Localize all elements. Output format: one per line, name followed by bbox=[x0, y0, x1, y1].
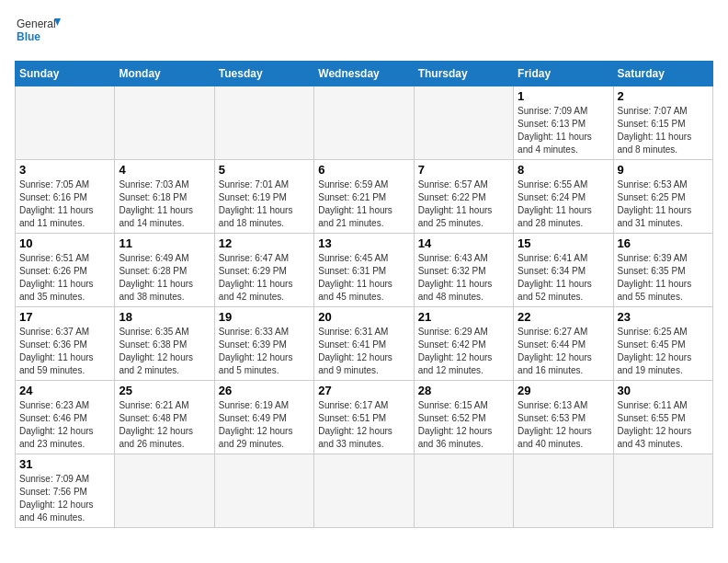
day-info: Sunrise: 7:07 AM Sunset: 6:15 PM Dayligh… bbox=[618, 105, 709, 156]
day-info: Sunrise: 6:47 AM Sunset: 6:29 PM Dayligh… bbox=[219, 252, 310, 304]
week-row-6: 31Sunrise: 7:09 AM Sunset: 7:56 PM Dayli… bbox=[16, 454, 713, 528]
calendar-cell-w5-d1: 25Sunrise: 6:21 AM Sunset: 6:48 PM Dayli… bbox=[115, 381, 214, 454]
day-info: Sunrise: 6:15 AM Sunset: 6:52 PM Dayligh… bbox=[418, 399, 509, 451]
calendar-cell-w2-d0: 3Sunrise: 7:05 AM Sunset: 6:16 PM Daylig… bbox=[16, 160, 115, 234]
weekday-header-sunday: Sunday bbox=[16, 62, 115, 86]
day-number: 19 bbox=[219, 310, 310, 324]
calendar-cell-w4-d5: 22Sunrise: 6:27 AM Sunset: 6:44 PM Dayli… bbox=[514, 307, 613, 381]
day-number: 4 bbox=[119, 163, 210, 177]
calendar-cell-w1-d6: 2Sunrise: 7:07 AM Sunset: 6:15 PM Daylig… bbox=[613, 86, 712, 160]
day-info: Sunrise: 6:13 AM Sunset: 6:53 PM Dayligh… bbox=[518, 399, 609, 451]
week-row-5: 24Sunrise: 6:23 AM Sunset: 6:46 PM Dayli… bbox=[16, 381, 713, 454]
day-number: 13 bbox=[318, 236, 409, 250]
day-info: Sunrise: 6:43 AM Sunset: 6:32 PM Dayligh… bbox=[418, 252, 509, 304]
calendar-cell-w3-d2: 12Sunrise: 6:47 AM Sunset: 6:29 PM Dayli… bbox=[214, 234, 313, 307]
weekday-header-friday: Friday bbox=[514, 62, 613, 86]
calendar-cell-w2-d2: 5Sunrise: 7:01 AM Sunset: 6:19 PM Daylig… bbox=[214, 160, 313, 234]
week-row-2: 3Sunrise: 7:05 AM Sunset: 6:16 PM Daylig… bbox=[16, 160, 713, 234]
day-number: 7 bbox=[418, 163, 509, 177]
day-info: Sunrise: 7:09 AM Sunset: 7:56 PM Dayligh… bbox=[19, 473, 110, 524]
day-info: Sunrise: 6:17 AM Sunset: 6:51 PM Dayligh… bbox=[318, 399, 409, 451]
calendar-cell-w3-d6: 16Sunrise: 6:39 AM Sunset: 6:35 PM Dayli… bbox=[613, 234, 712, 307]
day-info: Sunrise: 7:01 AM Sunset: 6:19 PM Dayligh… bbox=[219, 178, 310, 230]
day-number: 1 bbox=[518, 89, 609, 103]
day-number: 29 bbox=[518, 384, 609, 397]
calendar-cell-w1-d2 bbox=[214, 86, 313, 160]
day-number: 25 bbox=[119, 384, 210, 397]
calendar-cell-w6-d2 bbox=[214, 454, 313, 528]
day-info: Sunrise: 6:21 AM Sunset: 6:48 PM Dayligh… bbox=[119, 399, 210, 451]
day-number: 26 bbox=[219, 384, 310, 397]
day-number: 2 bbox=[618, 89, 709, 103]
calendar-cell-w4-d4: 21Sunrise: 6:29 AM Sunset: 6:42 PM Dayli… bbox=[414, 307, 513, 381]
day-number: 10 bbox=[19, 236, 110, 250]
calendar-cell-w5-d5: 29Sunrise: 6:13 AM Sunset: 6:53 PM Dayli… bbox=[514, 381, 613, 454]
calendar-cell-w2-d6: 9Sunrise: 6:53 AM Sunset: 6:25 PM Daylig… bbox=[613, 160, 712, 234]
day-info: Sunrise: 6:19 AM Sunset: 6:49 PM Dayligh… bbox=[219, 399, 310, 451]
calendar-table: SundayMondayTuesdayWednesdayThursdayFrid… bbox=[15, 61, 713, 528]
day-number: 20 bbox=[318, 310, 409, 324]
day-number: 23 bbox=[618, 310, 709, 324]
calendar-cell-w4-d0: 17Sunrise: 6:37 AM Sunset: 6:36 PM Dayli… bbox=[16, 307, 115, 381]
calendar-cell-w1-d0 bbox=[16, 86, 115, 160]
calendar-cell-w3-d5: 15Sunrise: 6:41 AM Sunset: 6:34 PM Dayli… bbox=[514, 234, 613, 307]
day-info: Sunrise: 6:49 AM Sunset: 6:28 PM Dayligh… bbox=[119, 252, 210, 304]
calendar-cell-w4-d1: 18Sunrise: 6:35 AM Sunset: 6:38 PM Dayli… bbox=[115, 307, 214, 381]
day-info: Sunrise: 6:25 AM Sunset: 6:45 PM Dayligh… bbox=[618, 326, 709, 377]
calendar-cell-w4-d6: 23Sunrise: 6:25 AM Sunset: 6:45 PM Dayli… bbox=[613, 307, 712, 381]
day-info: Sunrise: 6:23 AM Sunset: 6:46 PM Dayligh… bbox=[19, 399, 110, 451]
calendar-cell-w2-d4: 7Sunrise: 6:57 AM Sunset: 6:22 PM Daylig… bbox=[414, 160, 513, 234]
day-info: Sunrise: 6:27 AM Sunset: 6:44 PM Dayligh… bbox=[518, 326, 609, 377]
day-info: Sunrise: 7:05 AM Sunset: 6:16 PM Dayligh… bbox=[19, 178, 110, 230]
weekday-header-monday: Monday bbox=[115, 62, 214, 86]
calendar-cell-w6-d5 bbox=[514, 454, 613, 528]
logo-svg: General Blue bbox=[15, 15, 61, 52]
weekday-header-saturday: Saturday bbox=[613, 62, 712, 86]
day-number: 30 bbox=[618, 384, 709, 397]
day-number: 15 bbox=[518, 236, 609, 250]
day-number: 5 bbox=[219, 163, 310, 177]
weekday-header-tuesday: Tuesday bbox=[214, 62, 313, 86]
day-info: Sunrise: 6:53 AM Sunset: 6:25 PM Dayligh… bbox=[618, 178, 709, 230]
day-info: Sunrise: 6:57 AM Sunset: 6:22 PM Dayligh… bbox=[418, 178, 509, 230]
day-info: Sunrise: 6:51 AM Sunset: 6:26 PM Dayligh… bbox=[19, 252, 110, 304]
day-number: 12 bbox=[219, 236, 310, 250]
week-row-1: 1Sunrise: 7:09 AM Sunset: 6:13 PM Daylig… bbox=[16, 86, 713, 160]
day-number: 21 bbox=[418, 310, 509, 324]
day-info: Sunrise: 6:55 AM Sunset: 6:24 PM Dayligh… bbox=[518, 178, 609, 230]
day-number: 8 bbox=[518, 163, 609, 177]
day-info: Sunrise: 6:11 AM Sunset: 6:55 PM Dayligh… bbox=[618, 399, 709, 451]
day-number: 24 bbox=[19, 384, 110, 397]
day-number: 11 bbox=[119, 236, 210, 250]
calendar-cell-w5-d6: 30Sunrise: 6:11 AM Sunset: 6:55 PM Dayli… bbox=[613, 381, 712, 454]
day-number: 22 bbox=[518, 310, 609, 324]
calendar-cell-w5-d3: 27Sunrise: 6:17 AM Sunset: 6:51 PM Dayli… bbox=[314, 381, 414, 454]
calendar-cell-w6-d3 bbox=[314, 454, 414, 528]
day-number: 27 bbox=[318, 384, 409, 397]
day-info: Sunrise: 7:03 AM Sunset: 6:18 PM Dayligh… bbox=[119, 178, 210, 230]
calendar-cell-w3-d3: 13Sunrise: 6:45 AM Sunset: 6:31 PM Dayli… bbox=[314, 234, 414, 307]
day-info: Sunrise: 6:45 AM Sunset: 6:31 PM Dayligh… bbox=[318, 252, 409, 304]
weekday-header-wednesday: Wednesday bbox=[314, 62, 414, 86]
calendar-cell-w5-d4: 28Sunrise: 6:15 AM Sunset: 6:52 PM Dayli… bbox=[414, 381, 513, 454]
calendar-cell-w2-d1: 4Sunrise: 7:03 AM Sunset: 6:18 PM Daylig… bbox=[115, 160, 214, 234]
day-number: 18 bbox=[119, 310, 210, 324]
weekday-header-row: SundayMondayTuesdayWednesdayThursdayFrid… bbox=[16, 62, 713, 86]
calendar-cell-w1-d4 bbox=[414, 86, 513, 160]
calendar-cell-w5-d0: 24Sunrise: 6:23 AM Sunset: 6:46 PM Dayli… bbox=[16, 381, 115, 454]
calendar-cell-w3-d4: 14Sunrise: 6:43 AM Sunset: 6:32 PM Dayli… bbox=[414, 234, 513, 307]
day-info: Sunrise: 6:35 AM Sunset: 6:38 PM Dayligh… bbox=[119, 326, 210, 377]
week-row-4: 17Sunrise: 6:37 AM Sunset: 6:36 PM Dayli… bbox=[16, 307, 713, 381]
calendar-cell-w6-d1 bbox=[115, 454, 214, 528]
day-number: 6 bbox=[318, 163, 409, 177]
day-number: 28 bbox=[418, 384, 509, 397]
day-info: Sunrise: 6:37 AM Sunset: 6:36 PM Dayligh… bbox=[19, 326, 110, 377]
calendar-cell-w4-d3: 20Sunrise: 6:31 AM Sunset: 6:41 PM Dayli… bbox=[314, 307, 414, 381]
calendar-cell-w6-d0: 31Sunrise: 7:09 AM Sunset: 7:56 PM Dayli… bbox=[16, 454, 115, 528]
day-number: 9 bbox=[618, 163, 709, 177]
calendar-cell-w6-d6 bbox=[613, 454, 712, 528]
calendar-cell-w2-d3: 6Sunrise: 6:59 AM Sunset: 6:21 PM Daylig… bbox=[314, 160, 414, 234]
day-number: 16 bbox=[618, 236, 709, 250]
day-info: Sunrise: 6:33 AM Sunset: 6:39 PM Dayligh… bbox=[219, 326, 310, 377]
day-info: Sunrise: 7:09 AM Sunset: 6:13 PM Dayligh… bbox=[518, 105, 609, 156]
